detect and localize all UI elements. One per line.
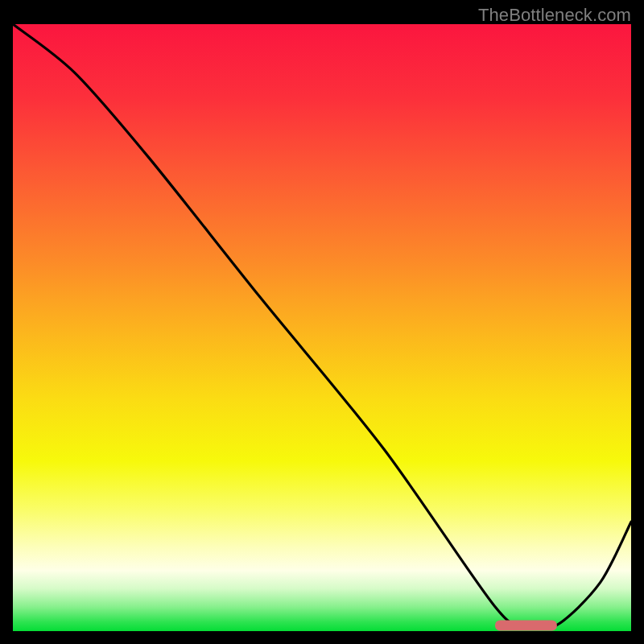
frame-bottom — [0, 631, 644, 644]
frame-right — [631, 0, 644, 644]
chart-background-gradient — [13, 24, 631, 631]
watermark-text: TheBottleneck.com — [478, 5, 631, 26]
svg-rect-0 — [13, 24, 631, 631]
frame-left — [0, 0, 13, 644]
bottleneck-chart — [13, 24, 631, 631]
